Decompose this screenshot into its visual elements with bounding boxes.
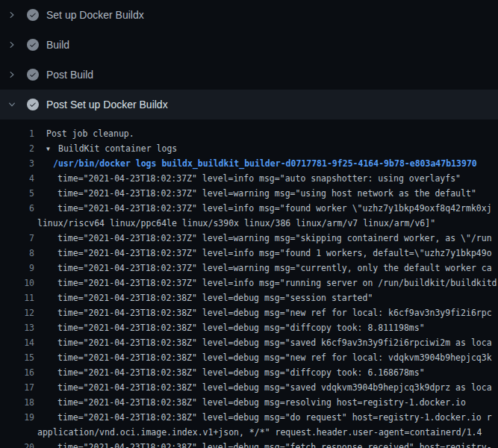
check-circle-icon: [27, 39, 39, 51]
step-row-setup-docker-buildx[interactable]: Set up Docker Buildx: [0, 0, 498, 30]
log-line-number[interactable]: 20: [0, 440, 34, 448]
log-line-text: time="2021-04-23T18:02:37Z" level=info m…: [37, 201, 492, 216]
log-line-number[interactable]: 15: [0, 350, 34, 365]
log-line: 1 Post job cleanup.: [0, 126, 498, 141]
log-command-text: /usr/bin/docker logs buildx_buildkit_bui…: [37, 156, 477, 171]
log-line-text: time="2021-04-23T18:02:37Z" level=info m…: [37, 171, 461, 186]
log-line-text: application/vnd.oci.image.index.v1+json,…: [37, 425, 482, 440]
log-line-number[interactable]: 7: [0, 231, 34, 246]
log-line-number[interactable]: 8: [0, 246, 34, 261]
log-line: 5 time="2021-04-23T18:02:37Z" level=warn…: [0, 186, 498, 201]
log-line: 11 time="2021-04-23T18:02:38Z" level=deb…: [0, 290, 498, 305]
log-line-text: time="2021-04-23T18:02:37Z" level=warnin…: [37, 231, 492, 246]
log-line: 16 time="2021-04-23T18:02:38Z" level=deb…: [0, 365, 498, 380]
log-line: 4 time="2021-04-23T18:02:37Z" level=info…: [0, 171, 498, 186]
log-line-text: time="2021-04-23T18:02:38Z" level=debug …: [37, 320, 425, 335]
log-line-number[interactable]: 4: [0, 171, 34, 186]
log-line-text: linux/riscv64 linux/ppc64le linux/s390x …: [37, 216, 435, 231]
log-line-text: time="2021-04-23T18:02:37Z" level=warnin…: [37, 261, 492, 276]
log-line-text: time="2021-04-23T18:02:38Z" level=debug …: [37, 410, 492, 425]
log-line-text: time="2021-04-23T18:02:38Z" level=debug …: [37, 365, 425, 380]
log-line-text: time="2021-04-23T18:02:37Z" level=info m…: [37, 246, 492, 261]
log-viewer: 1 Post job cleanup. 2 ▼BuildKit containe…: [0, 119, 498, 448]
step-label: Build: [46, 39, 69, 51]
log-line-number[interactable]: 12: [0, 305, 34, 320]
log-line: 6 time="2021-04-23T18:02:37Z" level=info…: [0, 201, 498, 216]
log-line-text: time="2021-04-23T18:02:38Z" level=debug …: [37, 305, 492, 320]
group-expanded-marker-icon: ▼: [46, 142, 58, 157]
log-line-number[interactable]: 2: [0, 141, 34, 156]
log-line-text: time="2021-04-23T18:02:38Z" level=debug …: [37, 395, 466, 410]
log-line: 17 time="2021-04-23T18:02:38Z" level=deb…: [0, 380, 498, 395]
step-row-build[interactable]: Build: [0, 30, 498, 60]
log-line-wrap-continuation: application/vnd.oci.image.index.v1+json,…: [0, 425, 498, 440]
step-row-post-setup-docker-buildx[interactable]: Post Set up Docker Buildx: [0, 90, 498, 119]
log-line: 20 time="2021-04-23T18:02:38Z" level=deb…: [0, 440, 498, 448]
log-line-number[interactable]: 5: [0, 186, 34, 201]
log-line-text: time="2021-04-23T18:02:38Z" level=debug …: [37, 350, 492, 365]
log-line-number[interactable]: 3: [0, 156, 34, 171]
step-label: Post Build: [46, 69, 93, 81]
log-line-number[interactable]: 11: [0, 290, 34, 305]
step-label: Set up Docker Buildx: [46, 9, 144, 21]
log-line-number[interactable]: 9: [0, 261, 34, 276]
log-line-text: time="2021-04-23T18:02:38Z" level=debug …: [37, 440, 492, 448]
step-row-post-build[interactable]: Post Build: [0, 60, 498, 90]
log-line: 10 time="2021-04-23T18:02:37Z" level=inf…: [0, 276, 498, 290]
log-line-number-blank: [0, 425, 34, 440]
log-line-number[interactable]: 13: [0, 320, 34, 335]
check-circle-icon: [27, 99, 39, 111]
log-group-title: BuildKit container logs: [58, 143, 177, 154]
log-line: 15 time="2021-04-23T18:02:38Z" level=deb…: [0, 350, 498, 365]
log-line-text: time="2021-04-23T18:02:38Z" level=debug …: [37, 380, 492, 395]
log-line-number[interactable]: 10: [0, 276, 34, 290]
log-line: 18 time="2021-04-23T18:02:38Z" level=deb…: [0, 395, 498, 410]
log-line-text: time="2021-04-23T18:02:38Z" level=debug …: [37, 290, 373, 305]
log-group-line: 2 ▼BuildKit container logs: [0, 141, 498, 156]
log-line: 12 time="2021-04-23T18:02:38Z" level=deb…: [0, 305, 498, 320]
log-line-text: time="2021-04-23T18:02:38Z" level=debug …: [37, 335, 492, 350]
chevron-right-icon: [6, 10, 18, 19]
log-line: 9 time="2021-04-23T18:02:37Z" level=warn…: [0, 261, 498, 276]
check-circle-icon: [27, 9, 39, 21]
log-line-number-blank: [0, 216, 34, 231]
log-line-number[interactable]: 6: [0, 201, 34, 216]
log-line-number[interactable]: 16: [0, 365, 34, 380]
log-line-wrap-continuation: linux/riscv64 linux/ppc64le linux/s390x …: [0, 216, 498, 231]
log-line-text: Post job cleanup.: [37, 126, 134, 141]
log-line: 14 time="2021-04-23T18:02:38Z" level=deb…: [0, 335, 498, 350]
log-line-number[interactable]: 19: [0, 410, 34, 425]
log-line-text: time="2021-04-23T18:02:37Z" level=info m…: [37, 276, 497, 290]
log-line: 8 time="2021-04-23T18:02:37Z" level=info…: [0, 246, 498, 261]
log-line-number[interactable]: 1: [0, 126, 34, 141]
step-label: Post Set up Docker Buildx: [46, 99, 168, 111]
log-line-number[interactable]: 17: [0, 380, 34, 395]
log-line: 7 time="2021-04-23T18:02:37Z" level=warn…: [0, 231, 498, 246]
chevron-down-icon: [6, 100, 18, 109]
log-line-number[interactable]: 14: [0, 335, 34, 350]
log-group-toggle[interactable]: ▼BuildKit container logs: [37, 141, 177, 156]
chevron-right-icon: [6, 40, 18, 49]
log-line: 3 /usr/bin/docker logs buildx_buildkit_b…: [0, 156, 498, 171]
chevron-right-icon: [6, 70, 18, 79]
check-circle-icon: [27, 69, 39, 81]
log-line: 13 time="2021-04-23T18:02:38Z" level=deb…: [0, 320, 498, 335]
log-line: 19 time="2021-04-23T18:02:38Z" level=deb…: [0, 410, 498, 425]
log-line-text: time="2021-04-23T18:02:37Z" level=warnin…: [37, 186, 476, 201]
step-list: Set up Docker Buildx Build Post Build Po…: [0, 0, 498, 119]
log-line-number[interactable]: 18: [0, 395, 34, 410]
